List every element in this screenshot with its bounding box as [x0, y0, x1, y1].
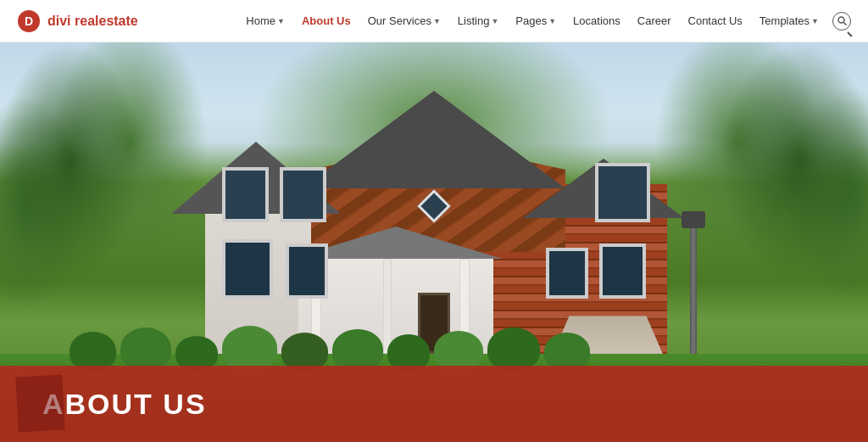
chevron-down-icon: ▼ — [811, 17, 819, 25]
logo-text: divi realestate — [47, 14, 138, 29]
nav-label-locations: Locations — [573, 14, 620, 27]
main-nav: Home ▼ About Us Our Services ▼ Listing ▼… — [239, 9, 851, 32]
nav-label-home: Home — [246, 14, 275, 27]
page-title-overlay: ABOUT US — [0, 366, 868, 442]
nav-item-services[interactable]: Our Services ▼ — [361, 9, 448, 32]
house-illustration — [154, 116, 714, 354]
nav-item-locations[interactable]: Locations — [566, 9, 627, 32]
bush-6 — [332, 329, 383, 370]
nav-label-templates: Templates — [760, 14, 810, 27]
bush-9 — [487, 327, 540, 370]
chevron-down-icon: ▼ — [277, 17, 285, 25]
lamppost-head — [682, 211, 705, 228]
nav-item-listing[interactable]: Listing ▼ — [451, 9, 506, 32]
chevron-down-icon: ▼ — [491, 17, 498, 25]
site-logo[interactable]: D divi realestate — [17, 9, 138, 33]
nav-item-home[interactable]: Home ▼ — [239, 9, 292, 32]
nav-label-contact: Contact Us — [688, 14, 743, 27]
bush-10 — [544, 333, 590, 370]
nav-label-career: Career — [637, 14, 671, 27]
page-title: ABOUT US — [42, 388, 207, 421]
window-lower-left-1 — [222, 239, 273, 299]
bush-7 — [387, 334, 430, 370]
window-upper-right-1 — [595, 163, 650, 222]
bush-4 — [222, 326, 277, 370]
hero-section: ABOUT US — [0, 42, 868, 442]
nav-item-about[interactable]: About Us — [295, 9, 358, 32]
svg-text:D: D — [25, 14, 33, 28]
window-upper-left-1 — [222, 167, 269, 222]
logo-icon: D — [17, 9, 41, 33]
bush-5 — [281, 333, 328, 370]
bush-8 — [434, 331, 483, 370]
search-icon[interactable] — [832, 12, 851, 31]
nav-item-career[interactable]: Career — [631, 9, 678, 32]
nav-item-templates[interactable]: Templates ▼ — [753, 9, 826, 32]
window-lower-right-1 — [599, 243, 646, 299]
chevron-down-icon: ▼ — [433, 17, 441, 25]
site-header: D divi realestate Home ▼ About Us Our Se… — [0, 0, 868, 42]
bush-2 — [120, 327, 171, 370]
nav-label-pages: Pages — [515, 14, 547, 27]
window-upper-left-2 — [280, 167, 326, 222]
nav-item-contact[interactable]: Contact Us — [682, 9, 749, 32]
window-lower-left-2 — [286, 243, 328, 299]
nav-label-about: About Us — [302, 14, 351, 27]
title-decoration — [15, 375, 64, 433]
window-lower-right-2 — [546, 248, 588, 299]
nav-label-listing: Listing — [458, 14, 490, 27]
bushes-row — [70, 323, 816, 370]
svg-line-3 — [843, 23, 846, 25]
svg-point-2 — [838, 17, 844, 23]
nav-item-pages[interactable]: Pages ▼ — [509, 9, 563, 32]
chevron-down-icon: ▼ — [548, 17, 556, 25]
nav-label-services: Our Services — [368, 14, 431, 27]
bush-1 — [70, 332, 116, 370]
